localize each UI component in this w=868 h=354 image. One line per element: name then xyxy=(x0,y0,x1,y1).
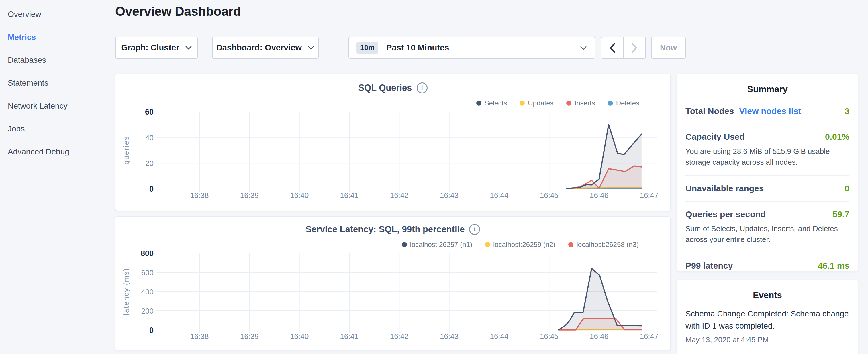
svg-text:16:43: 16:43 xyxy=(440,191,459,200)
chevron-right-icon xyxy=(631,42,638,54)
event-list-item: Schema Change Completed: Schema change w… xyxy=(677,300,858,344)
svg-text:16:45: 16:45 xyxy=(540,332,559,341)
svg-text:60: 60 xyxy=(145,108,154,116)
time-range-label: Past 10 Minutes xyxy=(386,43,449,53)
svg-text:16:38: 16:38 xyxy=(190,332,209,341)
time-back-button[interactable] xyxy=(601,37,623,58)
graph-dropdown[interactable]: Graph: Cluster xyxy=(115,37,198,59)
event-text: Schema Change Completed: Schema change w… xyxy=(685,308,849,332)
svg-text:0: 0 xyxy=(149,185,154,193)
now-button[interactable]: Now xyxy=(651,37,686,59)
svg-text:16:46: 16:46 xyxy=(590,332,608,341)
time-range-selector[interactable]: 10m Past 10 Minutes xyxy=(348,37,595,59)
chevron-down-icon xyxy=(185,45,192,50)
svg-text:40: 40 xyxy=(145,133,154,142)
sql-queries-plot[interactable]: 16:3816:3916:4016:4116:4216:4316:4416:45… xyxy=(116,74,670,211)
sidebar-item-statements[interactable]: Statements xyxy=(0,72,115,95)
svg-text:16:46: 16:46 xyxy=(590,191,608,200)
queries-per-second-value: 59.7 xyxy=(833,210,849,219)
capacity-used-value: 0.01% xyxy=(825,132,849,142)
events-panel: Events Schema Change Completed: Schema c… xyxy=(677,280,858,354)
toolbar-divider xyxy=(334,38,334,57)
svg-text:16:41: 16:41 xyxy=(340,191,359,200)
svg-text:queries: queries xyxy=(122,136,130,164)
sidebar-item-network-latency[interactable]: Network Latency xyxy=(0,95,115,118)
chevron-down-icon xyxy=(580,45,587,50)
svg-text:16:47: 16:47 xyxy=(640,191,658,200)
svg-text:600: 600 xyxy=(141,268,154,277)
dashboard-dropdown[interactable]: Dashboard: Overview xyxy=(212,37,319,59)
p99-latency-value: 46.1 ms xyxy=(818,261,849,271)
svg-text:200: 200 xyxy=(141,307,154,315)
summary-row-p99-latency: P99 latency 46.1 ms xyxy=(685,253,849,279)
svg-text:16:43: 16:43 xyxy=(440,332,459,341)
sql-queries-card: SQL Queries i Selects Updates Inserts De… xyxy=(115,74,671,211)
queries-per-second-description: Sum of Selects, Updates, Inserts, and De… xyxy=(685,223,849,245)
svg-text:16:39: 16:39 xyxy=(240,332,259,341)
sidebar-item-overview[interactable]: Overview xyxy=(0,3,115,26)
unavailable-ranges-value: 0 xyxy=(844,184,849,193)
svg-text:400: 400 xyxy=(141,288,154,296)
service-latency-plot[interactable]: 16:3816:3916:4016:4116:4216:4316:4416:45… xyxy=(116,217,670,350)
summary-panel: Summary Total Nodes View nodes list 3 Ca… xyxy=(677,74,858,271)
service-latency-card: Service Latency: SQL, 99th percentile i … xyxy=(115,216,671,350)
svg-text:16:39: 16:39 xyxy=(240,191,259,200)
event-timestamp: May 13, 2020 at 4:45 PM xyxy=(685,335,849,344)
svg-text:800: 800 xyxy=(141,249,154,258)
time-range-badge: 10m xyxy=(356,41,378,54)
graph-dropdown-label: Graph: Cluster xyxy=(121,43,179,53)
svg-text:16:40: 16:40 xyxy=(290,332,309,341)
svg-text:16:42: 16:42 xyxy=(390,332,409,341)
summary-row-queries-per-second: Queries per second 59.7 Sum of Selects, … xyxy=(685,202,849,253)
time-forward-button[interactable] xyxy=(623,37,646,58)
capacity-used-description: You are using 28.6 MiB of 515.9 GiB usab… xyxy=(685,146,849,167)
summary-row-unavailable-ranges: Unavailable ranges 0 xyxy=(685,176,849,202)
summary-row-total-nodes: Total Nodes View nodes list 3 xyxy=(685,99,849,124)
sidebar-item-jobs[interactable]: Jobs xyxy=(0,118,115,140)
summary-row-capacity-used: Capacity Used 0.01% You are using 28.6 M… xyxy=(685,124,849,176)
svg-text:16:44: 16:44 xyxy=(490,191,508,200)
chevron-down-icon xyxy=(308,45,314,50)
total-nodes-value: 3 xyxy=(844,106,849,116)
events-heading: Events xyxy=(677,280,858,300)
svg-text:16:41: 16:41 xyxy=(340,332,359,341)
svg-text:16:44: 16:44 xyxy=(490,332,508,341)
svg-text:16:47: 16:47 xyxy=(640,332,658,341)
dashboard-dropdown-label: Dashboard: Overview xyxy=(216,43,302,53)
svg-text:16:45: 16:45 xyxy=(540,191,559,200)
chevron-left-icon xyxy=(609,42,616,54)
page-title: Overview Dashboard xyxy=(115,4,241,19)
svg-text:0: 0 xyxy=(149,326,154,334)
svg-text:20: 20 xyxy=(145,159,154,167)
sidebar-item-advanced-debug[interactable]: Advanced Debug xyxy=(0,140,115,163)
time-step-buttons xyxy=(601,37,646,59)
toolbar: Graph: Cluster Dashboard: Overview 10m P… xyxy=(0,37,868,59)
svg-text:16:38: 16:38 xyxy=(190,191,209,200)
view-nodes-list-link[interactable]: View nodes list xyxy=(739,106,801,116)
svg-text:16:40: 16:40 xyxy=(290,191,309,200)
summary-heading: Summary xyxy=(677,74,858,95)
svg-text:16:42: 16:42 xyxy=(390,191,409,200)
svg-text:latency (ms): latency (ms) xyxy=(122,268,130,315)
